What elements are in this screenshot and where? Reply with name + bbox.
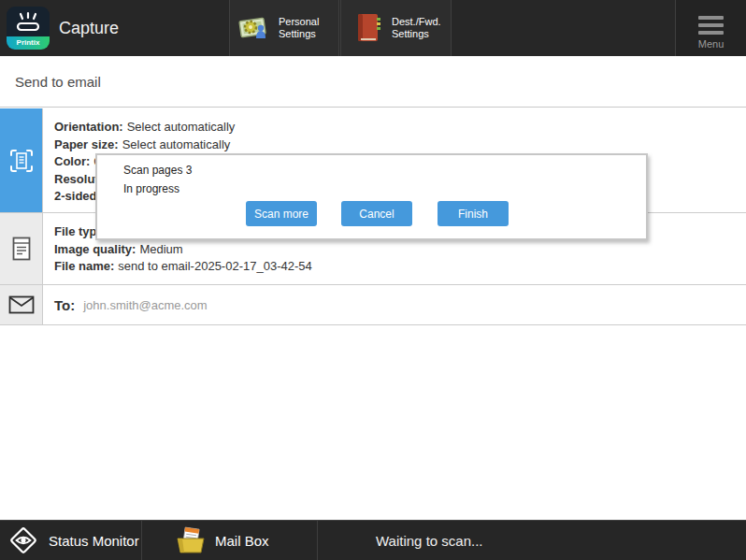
- page-title: Send to email: [15, 74, 101, 90]
- recipient-row[interactable]: To: john.smith@acme.com: [0, 285, 746, 325]
- dest-fwd-label-line2: Settings: [392, 28, 441, 40]
- cancel-button[interactable]: Cancel: [341, 201, 412, 226]
- mail-box-label: Mail Box: [215, 533, 269, 549]
- envelope-icon: [8, 295, 35, 314]
- file-name-label: File name:: [54, 259, 114, 273]
- scan-pages-text: Scan pages 3: [123, 164, 192, 177]
- scan-status-text: In progress: [123, 182, 179, 195]
- orientation-value: Select automatically: [127, 120, 236, 134]
- hamburger-icon: [698, 16, 724, 35]
- page-title-bar: Send to email: [0, 56, 746, 108]
- paper-size-label: Paper size:: [54, 137, 119, 151]
- recipient-text: To: john.smith@acme.com: [44, 285, 746, 324]
- color-label: Color:: [54, 154, 90, 168]
- dest-fwd-settings-button[interactable]: Dest./Fwd. Settings: [340, 0, 452, 56]
- status-monitor-button[interactable]: Status Monitor: [0, 521, 142, 560]
- mail-box-icon: [176, 526, 206, 554]
- image-quality-value: Medium: [139, 242, 182, 256]
- scan-more-button[interactable]: Scan more: [246, 201, 317, 226]
- setting-paper-size: Paper size:Select automatically: [54, 136, 746, 154]
- orientation-label: Orientation:: [54, 120, 123, 134]
- paper-size-value: Select automatically: [122, 137, 231, 151]
- dest-fwd-label-line1: Dest./Fwd.: [392, 16, 441, 28]
- scan-settings-icon-cell: [0, 108, 43, 212]
- to-label: To:: [54, 297, 75, 313]
- app-title: Capture: [59, 0, 119, 56]
- file-name-value: send to email-2025-02-17_03-42-54: [118, 259, 311, 273]
- status-monitor-label: Status Monitor: [49, 533, 139, 549]
- recipient-icon-cell: [0, 285, 43, 324]
- personal-settings-icon: [237, 12, 271, 44]
- setting-file-name: File name:send to email-2025-02-17_03-42…: [54, 258, 746, 276]
- menu-button[interactable]: Menu: [675, 0, 746, 56]
- printix-logo-label: Printix: [7, 36, 50, 50]
- image-quality-label: Image quality:: [54, 242, 136, 256]
- finish-button[interactable]: Finish: [438, 201, 509, 226]
- scan-progress-dialog: Scan pages 3 In progress Scan more Cance…: [95, 153, 648, 240]
- to-email-value: john.smith@acme.com: [83, 298, 207, 312]
- status-bar: Status Monitor Mail Box Waiting to scan.…: [0, 520, 746, 560]
- personal-settings-label-line1: Personal: [279, 16, 319, 28]
- dest-fwd-settings-label: Dest./Fwd. Settings: [392, 16, 441, 40]
- scanner-icon: [13, 9, 43, 36]
- file-settings-icon-cell: [0, 213, 43, 284]
- setting-orientation: Orientation:Select automatically: [54, 119, 746, 136]
- mail-box-button[interactable]: Mail Box: [142, 521, 318, 560]
- printix-logo: Printix: [7, 7, 50, 50]
- scanner-status-text: Waiting to scan...: [376, 521, 483, 560]
- scan-frame-icon: [7, 147, 36, 175]
- personal-settings-button[interactable]: Personal Settings: [229, 0, 339, 56]
- personal-settings-label-line2: Settings: [279, 28, 319, 40]
- personal-settings-label: Personal Settings: [279, 16, 319, 40]
- status-monitor-icon: [7, 524, 39, 556]
- top-app-bar: Printix Capture Personal Settings: [0, 0, 746, 56]
- menu-button-label: Menu: [681, 38, 740, 50]
- setting-image-quality: Image quality:Medium: [54, 241, 746, 259]
- address-book-icon: [354, 11, 384, 45]
- two-sided-label: 2-sided:: [54, 189, 101, 203]
- file-document-icon: [11, 236, 32, 262]
